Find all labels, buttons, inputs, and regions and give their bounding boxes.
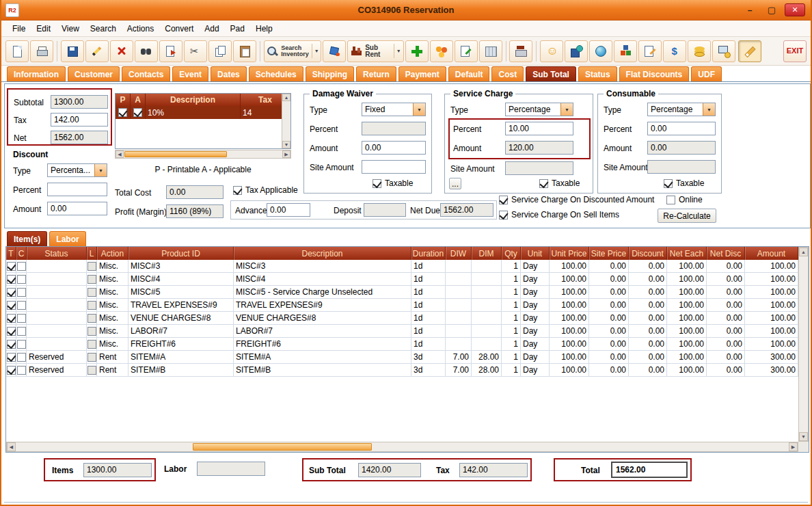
tab-cost[interactable]: Cost [491,66,524,81]
close-button[interactable] [785,3,805,16]
summary-items-field[interactable]: 1300.00 [83,463,152,477]
column-header-unit-price[interactable]: Unit Price [550,247,589,260]
dw-taxable-checkbox[interactable] [373,179,381,188]
pad-button[interactable] [479,40,502,62]
table-row[interactable]: Misc.FREIGHT#6FREIGHT#61d1Day100.000.000… [6,338,798,351]
tab-dates[interactable]: Dates [211,66,247,81]
row-checkbox[interactable] [17,314,26,323]
title-bar[interactable]: R2 CO314906 Reservation [1,0,811,21]
print-button[interactable] [30,40,53,62]
menu-item-actions[interactable]: Actions [122,21,159,37]
row-checkbox[interactable] [87,275,96,284]
column-header-action[interactable]: Action [97,247,128,260]
row-checkbox[interactable] [17,327,26,336]
row-checkbox[interactable] [87,301,96,310]
inventory-button[interactable] [614,40,637,62]
cons-type-dropdown[interactable]: Percentage ▼ [647,103,716,116]
web-button[interactable] [589,40,612,62]
minimize-button[interactable] [741,3,759,16]
menu-item-add[interactable]: Add [199,21,224,37]
column-header-discount[interactable]: Discount [629,247,667,260]
row-checkbox[interactable] [87,353,96,362]
summary-labor-field[interactable] [197,462,265,476]
column-header-l[interactable]: L [87,247,97,260]
tax-table-vscrollbar[interactable]: ▲ ▼ [282,94,290,148]
tab-default[interactable]: Default [448,66,490,81]
row-checkbox[interactable] [7,327,16,336]
row-checkbox[interactable] [17,353,26,362]
currency-button[interactable] [663,40,686,62]
group-button[interactable] [430,40,453,62]
tab-schedules[interactable]: Schedules [249,66,303,81]
column-header-status[interactable]: Status [27,247,87,260]
tab-item-s[interactable]: Item(s) [7,231,47,246]
scroll-down-icon[interactable]: ▼ [282,141,290,148]
tab-shipping[interactable]: Shipping [306,66,354,81]
row-checkbox[interactable] [17,275,26,284]
chevron-down-icon[interactable]: ▼ [560,103,573,116]
summary-subtotal-field[interactable]: 1420.00 [358,463,421,477]
row-checkbox[interactable] [7,366,16,375]
column-header-unit[interactable]: Unit [521,247,550,260]
search-inventory-button[interactable]: Search Inventory▼ [264,40,321,62]
row-checkbox[interactable] [87,340,96,349]
table-row[interactable]: Misc.MISC#4MISC#41d1Day100.000.000.00100… [6,273,798,286]
new-button[interactable] [5,40,29,62]
items-vscrollbar[interactable]: ▲ ▼ [798,247,809,442]
summary-tax-field[interactable]: 142.00 [459,463,528,477]
sc-percent-field[interactable]: 10.00 [505,122,573,135]
payments-button[interactable] [688,40,711,62]
sc-site-amount-field[interactable] [505,161,573,175]
delete-button[interactable] [110,40,133,62]
tab-flat-discounts[interactable]: Flat Discounts [619,66,690,81]
sc-on-sell-checkbox[interactable] [499,211,508,219]
dw-amount-field[interactable]: 0.00 [362,141,426,155]
sc-amount-field[interactable]: 120.00 [505,141,573,155]
table-row[interactable]: Misc.MISC#3MISC#31d1Day100.000.000.00100… [6,260,798,273]
tab-sub-total[interactable]: Sub Total [526,66,576,81]
print-reports-button[interactable] [509,40,532,62]
column-header-c[interactable]: C [16,247,27,260]
chevron-down-icon[interactable]: ▼ [394,44,401,58]
total-cost-field[interactable]: 0.00 [166,185,224,199]
menu-item-convert[interactable]: Convert [159,21,199,37]
scroll-up-icon[interactable]: ▲ [282,94,290,101]
menu-item-search[interactable]: Search [85,21,122,37]
sc-taxable-checkbox[interactable] [539,179,548,188]
summary-total-field[interactable]: 1562.00 [611,462,688,478]
cons-percent-field[interactable]: 0.00 [647,122,716,135]
tab-information[interactable]: Information [7,66,66,81]
table-row[interactable]: Misc.TRAVEL EXPENSES#9TRAVEL EXPENSES#91… [6,299,798,312]
scroll-left-icon[interactable]: ◀ [116,150,124,158]
row-checkbox[interactable] [7,288,16,297]
applicable-checkbox[interactable] [133,108,142,117]
save-button[interactable] [61,40,84,62]
tab-payment[interactable]: Payment [398,66,446,81]
add-button[interactable] [405,40,429,62]
maximize-button[interactable] [763,3,781,16]
column-header-dim[interactable]: DIM [472,247,502,260]
column-header-net-disc[interactable]: Net Disc [707,247,745,260]
items-hscrollbar[interactable]: ◀ ▶ [6,442,798,452]
sc-on-discounted-checkbox[interactable] [499,196,508,204]
tax-table-hscrollbar[interactable]: ◀ ▶ [115,150,291,159]
row-checkbox[interactable] [17,366,26,375]
tab-return[interactable]: Return [356,66,396,81]
scroll-right-icon[interactable]: ▶ [282,150,290,158]
dw-percent-field[interactable] [362,122,426,135]
sub-rent-button[interactable]: Sub Rent▼ [347,40,403,62]
cons-amount-field[interactable]: 0.00 [647,141,716,155]
edit-page-button[interactable] [638,40,662,62]
column-header-site-price[interactable]: Site Price [589,247,629,260]
feedback-button[interactable] [540,40,563,62]
row-checkbox[interactable] [17,262,26,271]
column-header-p[interactable]: P [116,94,131,106]
scroll-left-icon[interactable]: ◀ [7,442,16,451]
net-due-field[interactable]: 1562.00 [440,203,493,217]
online-checkbox[interactable] [666,196,675,204]
advance-field[interactable]: 0.00 [267,203,310,217]
menu-item-view[interactable]: View [56,21,85,37]
table-row[interactable]: Misc.LABOR#7LABOR#71d1Day100.000.000.001… [6,325,798,338]
row-checkbox[interactable] [7,301,16,310]
row-checkbox[interactable] [7,314,16,323]
